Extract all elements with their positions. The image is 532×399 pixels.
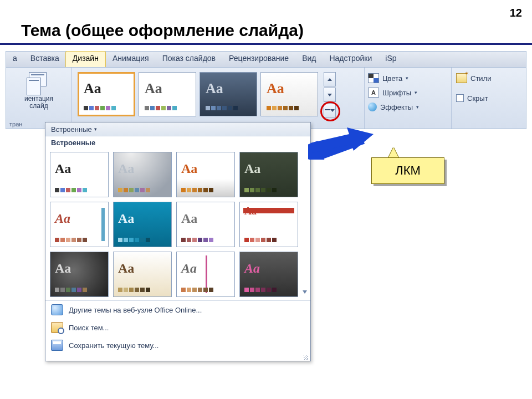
more-themes-online[interactable]: Другие темы на веб-узле Office Online...	[45, 301, 310, 319]
svg-marker-1	[310, 127, 374, 153]
ribbon-body: иентация слайд тран AaAaAaAa Цвета ▾ A Ш…	[6, 67, 526, 129]
gallery-footer: Другие темы на веб-узле Office Online...…	[45, 300, 310, 354]
background-styles-button[interactable]: Стили	[456, 71, 521, 85]
save-theme-label: Сохранить текущую тему...	[69, 341, 158, 350]
title-rule	[0, 43, 532, 45]
themes-scroll-down[interactable]	[324, 88, 336, 102]
chevron-down-icon: ▾	[416, 104, 419, 110]
ribbon-tab[interactable]: Вставка	[24, 52, 66, 67]
fonts-button[interactable]: A Шрифты ▾	[368, 85, 448, 100]
colors-button[interactable]: Цвета ▾	[368, 71, 448, 85]
group-themes: AaAaAaAa	[72, 68, 365, 129]
gallery-theme-thumbnail[interactable]: Aa	[176, 252, 235, 297]
browse-themes[interactable]: Поиск тем...	[45, 319, 310, 336]
themes-expand-button[interactable]	[324, 103, 336, 117]
group-theme-options: Цвета ▾ A Шрифты ▾ Эффекты ▾	[365, 68, 452, 129]
themes-scroll-up[interactable]	[324, 72, 336, 86]
annotation-arrow	[308, 130, 375, 160]
ribbon-tab[interactable]: Анимация	[106, 52, 156, 67]
gallery-theme-thumbnail[interactable]: Aa	[113, 202, 172, 247]
effects-icon	[368, 103, 377, 111]
effects-button[interactable]: Эффекты ▾	[368, 100, 448, 114]
gallery-grid: AaAaAaAaAaAaAaAaAaAaAaAa	[45, 149, 310, 300]
svg-marker-0	[308, 130, 366, 160]
gallery-theme-thumbnail[interactable]: Aa	[176, 152, 235, 197]
save-icon	[51, 340, 63, 351]
ribbon: аВставкаДизайнАнимацияПоказ слайдовРецен…	[6, 51, 526, 129]
theme-gallery-spinner	[324, 72, 336, 117]
chevron-down-icon: ▾	[94, 126, 97, 132]
styles-icon	[456, 73, 467, 83]
hide-graphics-checkbox[interactable]: Скрыт	[456, 91, 521, 105]
colors-label: Цвета	[382, 74, 402, 83]
orientation-icon[interactable]	[27, 72, 51, 94]
gallery-theme-thumbnail[interactable]: Aa	[50, 252, 109, 297]
theme-thumbnail[interactable]: Aa	[78, 72, 135, 116]
ribbon-tab[interactable]: Вид	[295, 52, 323, 67]
theme-thumbnail[interactable]: Aa	[200, 72, 257, 116]
annotation-arrow	[308, 126, 375, 157]
gallery-header[interactable]: Встроенные ▾	[45, 122, 310, 136]
ribbon-tab[interactable]: Показ слайдов	[156, 52, 222, 67]
gallery-theme-thumbnail[interactable]: Aa	[239, 202, 298, 247]
browse-themes-label: Поиск тем...	[69, 324, 109, 332]
orientation-label: иентация слайд	[12, 95, 66, 109]
ribbon-tab[interactable]: iSp	[378, 52, 403, 67]
ribbon-tab[interactable]: Надстройки	[323, 52, 378, 67]
gallery-theme-thumbnail[interactable]: Aa	[176, 202, 235, 247]
chevron-down-icon: ▾	[406, 75, 408, 81]
gallery-theme-thumbnail[interactable]: Aa	[50, 152, 109, 197]
theme-row: AaAaAaAa	[78, 72, 359, 117]
callout-tail	[388, 147, 399, 158]
gallery-theme-thumbnail[interactable]: Aa	[239, 152, 298, 197]
ribbon-tabs: аВставкаДизайнАнимацияПоказ слайдовРецен…	[6, 51, 526, 67]
page-number: 12	[510, 7, 522, 19]
resize-grip[interactable]	[45, 354, 310, 361]
search-icon	[51, 322, 63, 333]
globe-icon	[51, 304, 63, 315]
styles-label: Стили	[470, 74, 491, 83]
more-themes-label: Другие темы на веб-узле Office Online...	[69, 306, 202, 314]
save-theme[interactable]: Сохранить текущую тему...	[45, 336, 310, 354]
checkbox-icon	[456, 94, 464, 102]
theme-thumbnail[interactable]: Aa	[260, 72, 318, 116]
gallery-theme-thumbnail[interactable]: Aa	[113, 252, 172, 297]
theme-thumbnail[interactable]: Aa	[139, 72, 196, 116]
group-footer-page-setup: тран	[9, 121, 22, 127]
hide-label: Скрыт	[467, 94, 488, 103]
effects-label: Эффекты	[380, 103, 413, 111]
fonts-icon: A	[368, 88, 379, 98]
themes-gallery-dropdown: Встроенные ▾ Встроенные AaAaAaAaAaAaAaAa…	[45, 122, 311, 361]
fonts-label: Шрифты	[382, 89, 411, 97]
gallery-header-label: Встроенные	[51, 125, 92, 134]
gallery-theme-thumbnail[interactable]: Aa	[239, 252, 298, 297]
ribbon-tab[interactable]: а	[6, 52, 24, 67]
gallery-subheader: Встроенные	[45, 136, 310, 149]
chevron-down-icon: ▾	[415, 90, 417, 95]
gallery-theme-thumbnail[interactable]: Aa	[50, 202, 109, 247]
slide-title: Тема (общее оформление слайда)	[21, 21, 304, 39]
gallery-theme-thumbnail[interactable]: Aa	[113, 152, 172, 197]
ribbon-tab[interactable]: Дизайн	[65, 51, 106, 67]
gallery-scroll-down[interactable]	[301, 288, 309, 296]
group-background: Стили Скрыт	[452, 68, 526, 129]
group-page-setup: иентация слайд тран	[6, 68, 72, 129]
callout-lkm: ЛКМ	[371, 157, 444, 184]
ribbon-tab[interactable]: Рецензирование	[222, 52, 295, 67]
colors-icon	[368, 73, 379, 83]
